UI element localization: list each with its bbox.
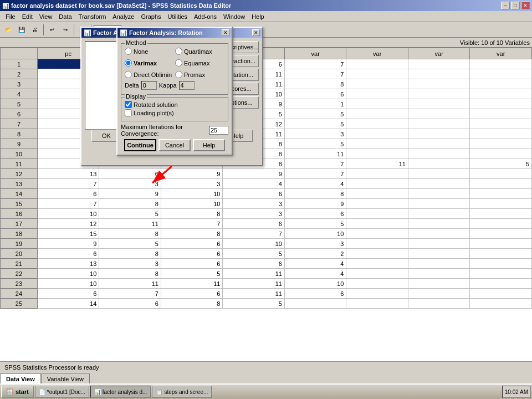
radio-equamax-row: Equamax: [175, 59, 224, 66]
max-iter-label: Maximum Iterations for Convergence:: [121, 124, 207, 137]
loading-plots-checkbox[interactable]: [125, 109, 132, 116]
overlay: 📊 Factor A... ✕ Descriptives... Extracti…: [0, 0, 532, 399]
loading-plots-label: Loading plot(s): [134, 110, 174, 116]
rotation-dialog: 📊 Factor Analysis: Rotation ✕ Method Non…: [116, 27, 233, 156]
radio-equamax[interactable]: [175, 59, 182, 66]
method-group-label: Method: [125, 39, 147, 46]
radio-promax[interactable]: [175, 71, 182, 78]
rotation-dialog-title-bar: 📊 Factor Analysis: Rotation ✕: [117, 28, 232, 38]
radio-quartimax[interactable]: [175, 48, 182, 55]
rotation-dialog-body: Method None Quartimax Varimax: [117, 38, 232, 155]
radio-directoblimin-label: Direct Oblimin: [134, 71, 172, 78]
rotation-dialog-title-text: 📊 Factor Analysis: Rotation: [120, 29, 203, 37]
radio-promax-label: Promax: [184, 71, 205, 78]
rotated-solution-row: Rotated solution: [125, 101, 224, 108]
rotation-help-button[interactable]: Help: [193, 139, 225, 151]
radio-directoblimin[interactable]: [125, 71, 132, 78]
max-iter-row: Maximum Iterations for Convergence:: [121, 124, 228, 137]
radio-none-label: None: [134, 48, 148, 55]
rotation-dialog-close[interactable]: ✕: [222, 29, 229, 36]
method-group: Method None Quartimax Varimax: [121, 43, 228, 95]
rotation-continue-button[interactable]: Continue: [124, 139, 156, 151]
radio-varimax[interactable]: [125, 59, 132, 66]
max-iter-input[interactable]: [209, 126, 228, 135]
display-group: Display Rotated solution Loading plot(s): [121, 97, 228, 121]
rotated-solution-label: Rotated solution: [134, 101, 178, 108]
radio-varimax-row: Varimax: [125, 59, 174, 66]
loading-plots-row: Loading plot(s): [125, 109, 224, 116]
delta-kappa-row: Delta Kappa: [125, 81, 224, 90]
display-group-label: Display: [125, 93, 147, 100]
radio-equamax-label: Equamax: [184, 60, 209, 66]
delta-input[interactable]: [141, 81, 157, 90]
red-arrow-indicator: [144, 163, 177, 191]
radio-quartimax-row: Quartimax: [175, 48, 224, 55]
radio-promax-row: Promax: [175, 71, 224, 78]
method-radio-grid: None Quartimax Varimax Equamax: [125, 46, 224, 80]
delta-label: Delta: [125, 82, 139, 89]
factor-dialog-close[interactable]: ✕: [252, 29, 260, 36]
radio-directoblimin-row: Direct Oblimin: [125, 71, 174, 78]
svg-line-1: [152, 166, 172, 183]
rotated-solution-checkbox[interactable]: [125, 101, 132, 108]
radio-varimax-label: Varimax: [134, 60, 157, 66]
radio-none[interactable]: [125, 48, 132, 55]
rotation-buttons-row: Continue Cancel Help: [121, 139, 228, 151]
kappa-label: Kappa: [159, 82, 177, 89]
kappa-input[interactable]: [179, 81, 195, 90]
rotation-cancel-button[interactable]: Cancel: [158, 139, 191, 151]
radio-quartimax-label: Quartimax: [184, 48, 212, 55]
radio-none-row: None: [125, 48, 174, 55]
